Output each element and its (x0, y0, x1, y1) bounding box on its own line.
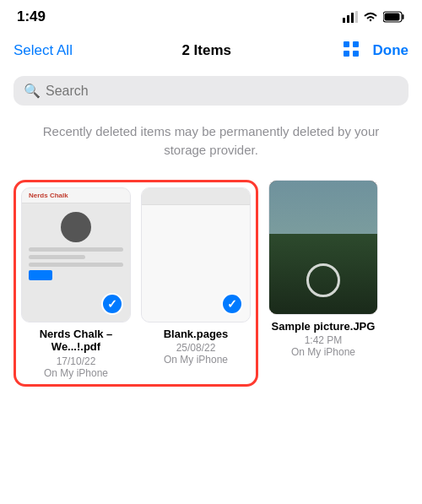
file-date: 1:42 PM (305, 334, 343, 346)
status-time: 1:49 (17, 8, 46, 25)
wifi-icon (363, 11, 378, 23)
svg-rect-3 (355, 11, 358, 23)
selected-files-group: Nerds Chalk Nerds Chalk – We...!.pdf 17/… (14, 180, 258, 387)
grid-icon (341, 39, 361, 59)
search-input[interactable] (46, 84, 398, 99)
file-thumbnail-nerds-chalk: Nerds Chalk (21, 187, 131, 322)
file-thumbnail-blank-pages (141, 187, 251, 322)
svg-rect-9 (353, 51, 359, 57)
status-bar: 1:49 (0, 0, 422, 30)
info-text: Recently deleted items may be permanentl… (0, 114, 422, 173)
grid-view-button[interactable] (341, 39, 361, 62)
search-bar: 🔍 (14, 76, 408, 106)
svg-rect-7 (353, 41, 359, 47)
select-all-button[interactable]: Select All (14, 42, 73, 59)
svg-rect-0 (343, 18, 345, 23)
selected-checkmark (221, 293, 243, 315)
file-name: Sample picture.JPG (272, 320, 376, 333)
file-thumbnail-sample-picture (268, 180, 378, 315)
search-bar-container: 🔍 (0, 73, 422, 114)
signal-icon (343, 11, 358, 23)
list-item[interactable]: Nerds Chalk Nerds Chalk – We...!.pdf 17/… (21, 187, 131, 379)
svg-rect-1 (347, 15, 349, 23)
file-name: Blank.pages (164, 328, 229, 341)
svg-rect-6 (344, 41, 349, 47)
file-name: Nerds Chalk – We...!.pdf (21, 328, 131, 354)
svg-rect-8 (344, 51, 349, 57)
done-button[interactable]: Done (373, 42, 409, 59)
svg-rect-2 (351, 13, 354, 23)
list-item[interactable]: Blank.pages 25/08/22 On My iPhone (141, 187, 251, 379)
toolbar: Select All 2 Items Done (0, 30, 422, 73)
file-date: 17/10/22 (57, 355, 96, 367)
status-icons (343, 11, 405, 23)
list-item[interactable]: Sample picture.JPG 1:42 PM On My iPhone (268, 180, 378, 359)
svg-rect-5 (385, 14, 400, 21)
file-location: On My iPhone (44, 367, 108, 379)
items-count-title: 2 Items (181, 42, 231, 59)
selected-checkmark (101, 293, 123, 315)
files-grid: Nerds Chalk Nerds Chalk – We...!.pdf 17/… (0, 173, 422, 400)
file-location: On My iPhone (164, 354, 228, 366)
toolbar-right: Done (341, 39, 409, 62)
battery-icon (383, 11, 405, 23)
search-icon: 🔍 (24, 83, 41, 99)
file-date: 25/08/22 (176, 342, 216, 354)
file-location: On My iPhone (291, 346, 355, 358)
